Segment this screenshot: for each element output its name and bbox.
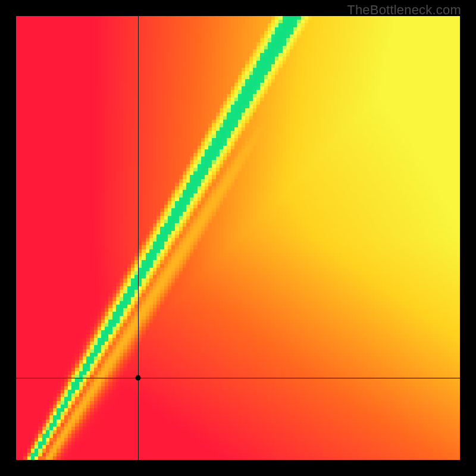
heatmap-plot [16, 16, 460, 460]
heatmap-canvas [16, 16, 460, 460]
watermark-text: TheBottleneck.com [347, 2, 461, 18]
